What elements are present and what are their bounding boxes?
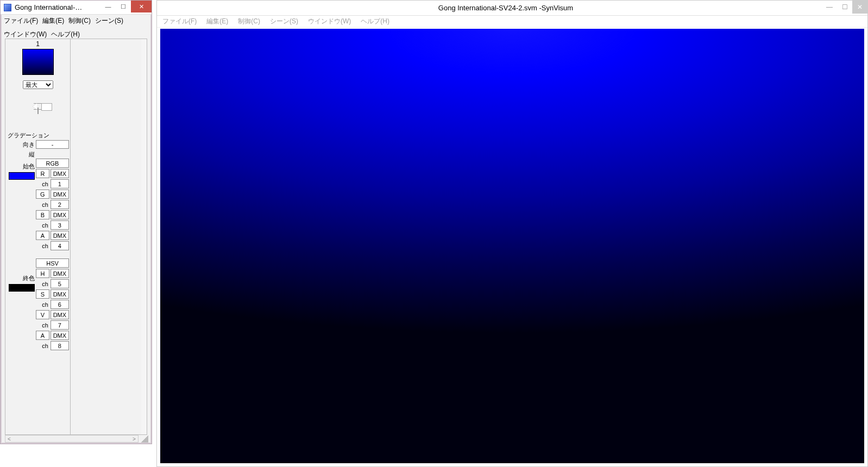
tool-window: Gong International-… — ☐ ✕ ファイル(F) 編集(E)… xyxy=(0,0,152,444)
start-ch-value[interactable]: 2 xyxy=(51,200,69,209)
end-ch-value[interactable]: 5 xyxy=(51,279,69,288)
start-ch-label: ch xyxy=(36,200,49,209)
tool-window-title: Gong International-… xyxy=(15,3,100,11)
start-ch-label: ch xyxy=(36,241,49,250)
blend-mode-select[interactable]: 最大 xyxy=(23,80,53,89)
direction-field[interactable]: - xyxy=(36,140,69,149)
start-color-swatch[interactable] xyxy=(9,172,35,180)
end-ch-value[interactable]: 6 xyxy=(51,300,69,309)
end-ch-label: ch xyxy=(36,341,49,350)
end-ch-dmx[interactable]: DMX xyxy=(51,310,69,319)
start-ch-value[interactable]: 3 xyxy=(51,220,69,230)
app-icon xyxy=(4,4,11,11)
start-ch-letter: R xyxy=(36,169,49,178)
main-menu-help[interactable]: ヘルプ(H) xyxy=(358,17,392,26)
main-menu-file[interactable]: ファイル(F) xyxy=(160,17,199,26)
tool-menu-edit[interactable]: 編集(E) xyxy=(42,16,64,26)
end-ch-value[interactable]: 8 xyxy=(51,341,69,350)
start-ch-label: ch xyxy=(36,179,49,188)
start-color-table: RGB R DMX ch 1 xyxy=(35,157,70,251)
main-window: Gong International-SV24-2.svm -SynVisum … xyxy=(156,0,868,467)
frame-list-area[interactable] xyxy=(71,39,147,434)
end-color-mode[interactable]: HSV xyxy=(36,258,69,268)
tool-minimize-button[interactable]: — xyxy=(100,1,116,12)
scroll-left-arrow-icon[interactable]: < xyxy=(5,436,13,442)
gradation-section-label: グラデーション xyxy=(7,129,69,140)
tool-menu-scene[interactable]: シーン(S) xyxy=(95,16,123,26)
main-close-button[interactable]: ✕ xyxy=(852,1,867,14)
end-ch-letter: A xyxy=(36,331,49,340)
start-ch-value[interactable]: 4 xyxy=(51,241,69,250)
properties-panel: グラデーション 向き - 縦 始色 xyxy=(5,129,70,293)
start-color-label: 始色 xyxy=(7,162,36,171)
tool-close-button[interactable]: ✕ xyxy=(131,1,152,12)
scroll-right-arrow-icon[interactable]: > xyxy=(130,436,138,442)
main-menubar: ファイル(F) 編集(E) 制御(C) シーン(S) ウインドウ(W) ヘルプ(… xyxy=(157,16,867,28)
start-ch-letter: A xyxy=(36,231,49,240)
start-ch-letter: G xyxy=(36,190,49,199)
start-ch-letter: B xyxy=(36,210,49,219)
main-menu-window[interactable]: ウインドウ(W) xyxy=(306,17,353,26)
tool-titlebar[interactable]: Gong International-… — ☐ ✕ xyxy=(1,1,152,15)
resize-grip-icon[interactable] xyxy=(141,435,148,443)
start-ch-dmx[interactable]: DMX xyxy=(51,231,69,240)
end-ch-label: ch xyxy=(36,320,49,330)
end-ch-letter: V xyxy=(36,310,49,319)
main-maximize-button[interactable]: ☐ xyxy=(837,1,852,14)
end-ch-dmx[interactable]: DMX xyxy=(51,289,69,299)
end-ch-letter: H xyxy=(36,269,49,278)
end-ch-letter: S xyxy=(36,289,49,299)
start-color-mode[interactable]: RGB xyxy=(36,159,69,168)
start-ch-dmx[interactable]: DMX xyxy=(51,190,69,199)
frame-index-label: 1 xyxy=(5,39,70,49)
opacity-slider[interactable] xyxy=(30,98,46,117)
horizontal-scrollbar[interactable]: < > xyxy=(5,435,139,443)
direction-label: 向き xyxy=(7,141,36,149)
start-ch-dmx[interactable]: DMX xyxy=(51,169,69,178)
tool-menubar: ファイル(F) 編集(E) 制御(C) シーン(S) ウインドウ(W) ヘルプ(… xyxy=(1,15,152,41)
tool-menu-help[interactable]: ヘルプ(H) xyxy=(51,30,80,39)
vertical-label: 縦 xyxy=(7,150,36,159)
main-titlebar[interactable]: Gong International-SV24-2.svm -SynVisum … xyxy=(157,1,867,16)
start-ch-value[interactable]: 1 xyxy=(51,179,69,188)
tool-menu-control[interactable]: 制御(C) xyxy=(68,16,91,26)
slider-knob-icon[interactable] xyxy=(34,103,42,110)
main-window-title: Gong International-SV24-2.svm -SynVisum xyxy=(190,4,822,12)
end-ch-dmx[interactable]: DMX xyxy=(51,331,69,340)
tool-maximize-button[interactable]: ☐ xyxy=(116,1,131,12)
preview-canvas[interactable] xyxy=(160,29,864,463)
frame-thumbnail[interactable] xyxy=(22,49,54,75)
main-menu-scene[interactable]: シーン(S) xyxy=(268,17,300,26)
start-ch-dmx[interactable]: DMX xyxy=(51,210,69,219)
frame-column: 1 最大 グラデーション 向き - xyxy=(5,39,71,434)
main-menu-edit[interactable]: 編集(E) xyxy=(204,17,230,26)
main-menu-control[interactable]: 制御(C) xyxy=(236,17,262,26)
end-ch-value[interactable]: 7 xyxy=(51,320,69,330)
tool-menu-window[interactable]: ウインドウ(W) xyxy=(4,30,47,39)
vertical-scrollbar-thumb[interactable] xyxy=(142,40,146,127)
end-color-swatch[interactable] xyxy=(9,284,35,292)
end-ch-label: ch xyxy=(36,300,49,309)
main-minimize-button[interactable]: — xyxy=(822,1,837,14)
start-ch-label: ch xyxy=(36,220,49,230)
tool-menu-file[interactable]: ファイル(F) xyxy=(4,16,38,26)
end-color-table: HSV H DMX ch 5 xyxy=(35,257,70,351)
end-color-label: 終色 xyxy=(7,274,36,282)
tool-body: 1 最大 グラデーション 向き - xyxy=(5,39,147,435)
end-ch-label: ch xyxy=(36,279,49,288)
end-ch-dmx[interactable]: DMX xyxy=(51,269,69,278)
